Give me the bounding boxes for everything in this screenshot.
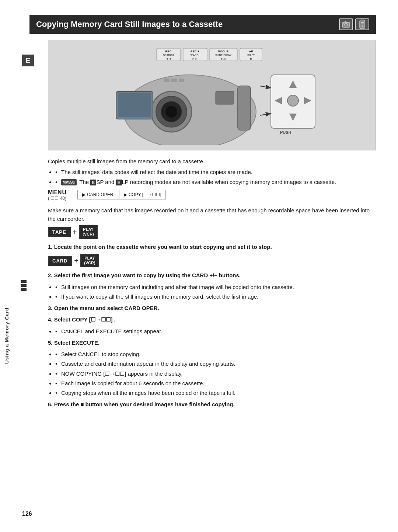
page-title: Copying Memory Card Still Images to a Ca… <box>36 20 223 29</box>
svg-rect-35 <box>238 86 251 130</box>
mode-row-2: CARD + PLAY (VCR) <box>48 254 376 267</box>
left-line-2 <box>21 284 27 287</box>
step-1-number: 1. <box>48 244 53 250</box>
menu-item-1-text: CARD OPER. <box>87 192 115 197</box>
step-4: 4. Select COPY [☐→☐☐] . <box>48 315 376 324</box>
svg-text:FOCUS: FOCUS <box>218 50 229 53</box>
svg-text:■: ■ <box>250 57 252 60</box>
title-icons <box>339 18 369 30</box>
step-4-bullet-1: CANCEL and EXECUTE settings appear. <box>55 327 376 335</box>
menu-items-row: ▶ CARD OPER. ▶ COPY [☐→☐☐] <box>77 189 166 199</box>
make-sure-text: Make sure a memory card that has images … <box>48 206 376 223</box>
step-2-bullet-1: Still images on the memory card includin… <box>55 283 376 291</box>
bullet-item-1: The still images' data codes will reflec… <box>55 168 376 176</box>
step-1: 1. Locate the point on the cassette wher… <box>48 243 376 251</box>
menu-item-2-text: COPY [☐→☐☐] <box>129 192 161 197</box>
svg-text:SLIDE SHOW: SLIDE SHOW <box>215 54 231 56</box>
play-vcr-button-1: PLAY (VCR) <box>79 225 98 239</box>
step-6-text: 6. Press the ■ button when your desired … <box>48 401 235 407</box>
step-5: 5. Select EXECUTE. <box>48 338 376 347</box>
e-marker: E <box>22 55 34 66</box>
svg-text:AE: AE <box>249 50 253 53</box>
remote-icon <box>355 18 369 30</box>
svg-point-42 <box>287 95 298 106</box>
svg-rect-5 <box>361 22 364 23</box>
svg-text:►►: ►► <box>192 57 198 60</box>
step-5-bullet-4: Each image is copied for about 6 seconds… <box>55 379 376 387</box>
menu-item-1: ▶ CARD OPER. <box>78 190 119 199</box>
camera-image-area: REC SEARCH ◄◄ REC + SEARCH ►► FOCUS SLID… <box>48 40 376 150</box>
step-5-text: 5. Select EXECUTE. <box>48 340 100 346</box>
step-2: 2. Select the first image you want to co… <box>48 271 376 279</box>
menu-ref: ( ☐☐ 40) <box>48 196 77 201</box>
step-2-bullet-2: If you want to copy all the still images… <box>55 292 376 301</box>
left-decoration-lines <box>21 280 27 291</box>
title-bar: Copying Memory Card Still Images to a Ca… <box>29 15 376 34</box>
svg-rect-6 <box>361 24 364 24</box>
intro-bullets: The still images' data codes will reflec… <box>55 168 376 186</box>
step-4-bullets: CANCEL and EXECUTE settings appear. <box>55 327 376 335</box>
step-2-bullets: Still images on the memory card includin… <box>55 283 376 301</box>
menu-label: MENU <box>48 189 77 196</box>
menu-section: MENU ( ☐☐ 40) ▶ CARD OPER. ▶ COPY [☐→☐☐] <box>48 189 376 201</box>
step-3: 3. Open the menu and select CARD OPER. <box>48 304 376 312</box>
mode-row-1: TAPE + PLAY (VCR) <box>48 225 376 239</box>
step-1-text: Locate the point on the cassette where y… <box>54 244 272 250</box>
menu-arrow-row: ▶ CARD OPER. ▶ COPY [☐→☐☐] <box>77 190 166 199</box>
left-line-3 <box>21 288 27 291</box>
svg-text:PUSH: PUSH <box>280 130 291 135</box>
card-button: CARD <box>48 256 72 266</box>
step-6: 6. Press the ■ button when your desired … <box>48 400 376 408</box>
left-line-1 <box>21 280 27 283</box>
step-4-text: 4. Select COPY [☐→☐☐] . <box>48 316 116 323</box>
e-sp-icon: E <box>90 180 96 185</box>
menu-item-2: ▶ COPY [☐→☐☐] <box>119 190 166 199</box>
svg-rect-32 <box>164 79 170 82</box>
camera-illustration: REC SEARCH ◄◄ REC + SEARCH ►► FOCUS SLID… <box>83 45 341 145</box>
camera-icon <box>339 18 353 30</box>
intro-text: Copies multiple still images from the me… <box>48 157 376 166</box>
play-vcr-button-2: PLAY (VCR) <box>80 254 99 267</box>
svg-rect-34 <box>179 79 184 82</box>
menu-arrow-1: ▶ <box>82 192 85 197</box>
svg-text:►/II: ►/II <box>221 57 226 60</box>
svg-rect-33 <box>171 79 177 82</box>
step-5-bullet-3: NOW COPYING [☐→☐☐] appears in the displa… <box>55 369 376 378</box>
svg-rect-2 <box>345 21 346 22</box>
svg-text:SEARCH: SEARCH <box>163 54 174 56</box>
svg-rect-3 <box>342 23 344 24</box>
tape-button: TAPE <box>48 227 71 237</box>
step-3-text: 3. Open the menu and select CARD OPER. <box>48 305 159 311</box>
bullet-item-2: MV550i The ESP and ELP recording modes a… <box>55 178 376 186</box>
plus-sign-2: + <box>74 257 78 265</box>
e-lp-icon: E <box>116 180 122 185</box>
step-5-bullet-5: Copying stops when all the images have b… <box>55 389 376 397</box>
svg-text:REC +: REC + <box>191 50 199 53</box>
svg-point-7 <box>362 25 363 27</box>
svg-text:SHIFT: SHIFT <box>247 54 255 56</box>
menu-arrow-2: ▶ <box>124 192 127 197</box>
svg-rect-36 <box>216 91 234 104</box>
menu-label-col: MENU ( ☐☐ 40) <box>48 189 77 201</box>
svg-rect-31 <box>118 93 151 117</box>
svg-text:REC: REC <box>165 50 172 53</box>
step-5-bullet-2: Cassette and card information appear in … <box>55 359 376 368</box>
step-5-bullet-1: Select CANCEL to stop copying. <box>55 350 376 358</box>
page-number: 126 <box>22 511 32 517</box>
svg-point-29 <box>165 106 177 118</box>
svg-text:SEARCH: SEARCH <box>189 54 200 56</box>
svg-text:◄◄: ◄◄ <box>165 57 171 60</box>
step-2-text: 2. Select the first image you want to co… <box>48 272 241 278</box>
plus-sign-1: + <box>73 228 77 236</box>
step-5-bullets: Select CANCEL to stop copying. Cassette … <box>55 350 376 397</box>
mv550-badge: MV550i <box>61 179 77 186</box>
